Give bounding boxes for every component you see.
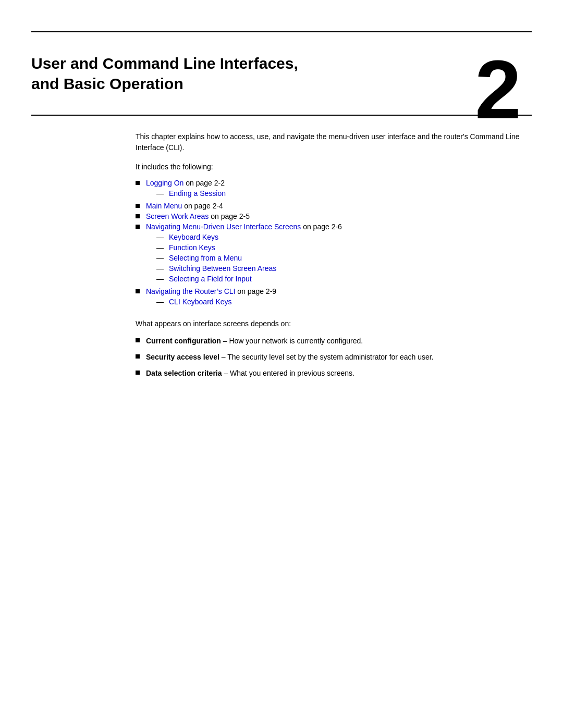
toc-link-screen-work-areas[interactable]: Screen Work Areas — [146, 212, 209, 220]
dash-icon: — — [156, 243, 164, 252]
chapter-header: User and Command Line Interfaces, and Ba… — [0, 32, 563, 94]
sub-list-navigating: — Keyboard Keys — Function Keys — Select… — [156, 233, 342, 283]
toc-item-navigating-cli: Navigating the Router’s CLI on page 2-9 … — [136, 287, 532, 308]
sub-item-switching-areas: — Switching Between Screen Areas — [156, 264, 342, 273]
bullet-item-data-selection: Data selection criteria – What you enter… — [136, 368, 532, 379]
intro-paragraph2: It includes the following: — [136, 162, 532, 172]
sub-item-function-keys: — Function Keys — [156, 243, 342, 252]
toc-page-navigating-menu: on page 2-6 — [301, 223, 342, 231]
toc-item-main-menu: Main Menu on page 2-4 — [136, 202, 532, 210]
toc-link-selecting-menu[interactable]: Selecting from a Menu — [169, 254, 242, 262]
dash-icon: — — [156, 275, 164, 283]
toc-link-selecting-field[interactable]: Selecting a Field for Input — [169, 275, 252, 283]
toc-link-logging-on[interactable]: Logging On — [146, 179, 183, 187]
toc-link-switching-areas[interactable]: Switching Between Screen Areas — [169, 264, 276, 273]
sub-item-selecting-menu: — Selecting from a Menu — [156, 254, 342, 262]
desc-current-config: – How your network is currently configur… — [221, 337, 363, 345]
sub-item-selecting-field: — Selecting a Field for Input — [156, 275, 342, 283]
term-data-selection: Data selection criteria — [146, 369, 222, 377]
toc-link-navigating-menu[interactable]: Navigating Menu-Driven User Interface Sc… — [146, 223, 301, 231]
chapter-title-line2: and Basic Operation — [31, 75, 183, 92]
toc-link-function-keys[interactable]: Function Keys — [169, 243, 215, 252]
dash-icon: — — [156, 264, 164, 273]
divider-rule — [31, 115, 532, 116]
bullet-icon — [136, 204, 140, 208]
bullet-icon — [136, 289, 140, 293]
bullet-icon — [136, 338, 140, 342]
bullet-icon — [136, 181, 140, 185]
dash-icon: — — [156, 298, 164, 306]
toc-list: Logging On on page 2-2 — Ending a Sessio… — [136, 179, 532, 308]
toc-item-logging-on: Logging On on page 2-2 — Ending a Sessio… — [136, 179, 532, 200]
bullet-icon — [136, 225, 140, 229]
toc-link-main-menu[interactable]: Main Menu — [146, 202, 182, 210]
term-security-access: Security access level — [146, 353, 219, 361]
term-current-config: Current configuration — [146, 337, 221, 345]
dash-icon: — — [156, 233, 164, 241]
toc-link-cli-keyboard[interactable]: CLI Keyboard Keys — [169, 298, 232, 306]
sub-item-ending-session: — Ending a Session — [156, 189, 226, 198]
bullet-icon — [136, 371, 140, 375]
desc-security-access: – The security level set by the system a… — [219, 353, 434, 361]
bullet-item-security-access: Security access level – The security lev… — [136, 352, 532, 363]
chapter-title: User and Command Line Interfaces, and Ba… — [31, 53, 396, 94]
toc-page-main-menu: on page 2-4 — [182, 202, 223, 210]
toc-link-navigating-cli[interactable]: Navigating the Router’s CLI — [146, 287, 235, 295]
what-appears-text: What appears on interface screens depend… — [136, 318, 532, 329]
intro-paragraph1: This chapter explains how to access, use… — [136, 131, 532, 153]
bullet-item-current-config: Current configuration – How your network… — [136, 336, 532, 347]
toc-link-keyboard-keys[interactable]: Keyboard Keys — [169, 233, 218, 241]
chapter-title-line1: User and Command Line Interfaces, — [31, 55, 298, 72]
toc-page-navigating-cli: on page 2-9 — [235, 287, 276, 295]
sub-item-cli-keyboard: — CLI Keyboard Keys — [156, 298, 276, 306]
bullet-list: Current configuration – How your network… — [136, 336, 532, 379]
desc-data-selection: – What you entered in previous screens. — [222, 369, 354, 377]
toc-item-navigating-menu: Navigating Menu-Driven User Interface Sc… — [136, 223, 532, 285]
toc-page-screen-work-areas: on page 2-5 — [209, 212, 250, 220]
sub-list-cli: — CLI Keyboard Keys — [156, 298, 276, 306]
dash-icon: — — [156, 189, 164, 198]
bullet-icon — [136, 214, 140, 218]
toc-link-ending-session[interactable]: Ending a Session — [169, 189, 226, 198]
toc-item-screen-work-areas: Screen Work Areas on page 2-5 — [136, 212, 532, 220]
dash-icon: — — [156, 254, 164, 262]
chapter-number: 2 — [475, 48, 521, 131]
toc-page-logging-on: on page 2-2 — [183, 179, 225, 187]
page-container: User and Command Line Interfaces, and Ba… — [0, 31, 563, 728]
bullet-icon — [136, 354, 140, 359]
sub-list-logging-on: — Ending a Session — [156, 189, 226, 198]
sub-item-keyboard-keys: — Keyboard Keys — [156, 233, 342, 241]
content-area: This chapter explains how to access, use… — [0, 131, 563, 415]
